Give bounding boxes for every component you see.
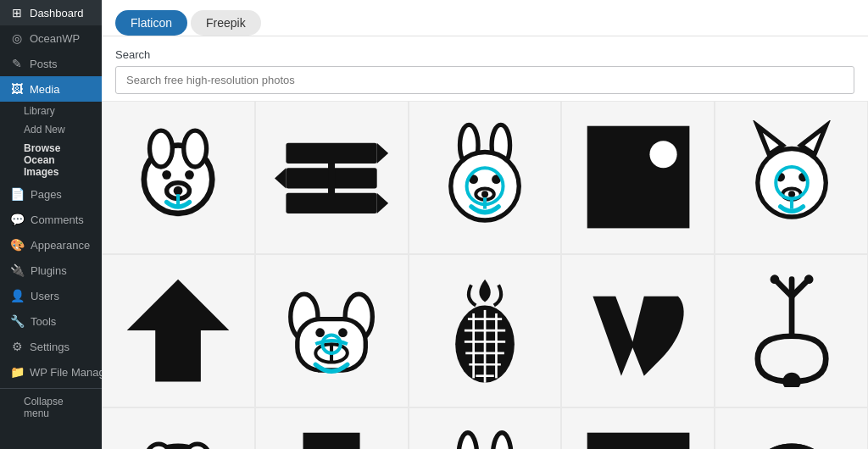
grid-item-pineapple[interactable] xyxy=(409,254,562,407)
sidebar-item-label: WP File Manager xyxy=(30,366,102,379)
svg-point-21 xyxy=(481,191,488,197)
sidebar-item-oceanwp[interactable]: ◎ OceanWP xyxy=(0,25,102,51)
sidebar-item-label: Media xyxy=(30,83,59,96)
sidebar-item-settings[interactable]: ⚙ Settings xyxy=(0,334,102,359)
wpfilemanager-icon: 📁 xyxy=(10,365,24,379)
search-section: Search xyxy=(102,36,868,101)
grid-item-dog-face[interactable] xyxy=(102,101,255,254)
svg-marker-13 xyxy=(377,193,388,213)
sidebar-item-users[interactable]: 👤 Users xyxy=(0,283,102,308)
sidebar-item-tools[interactable]: 🔧 Tools xyxy=(0,308,102,334)
sidebar-item-wpfilemanager[interactable]: 📁 WP File Manager xyxy=(0,359,102,385)
grid-item-squirrel[interactable] xyxy=(409,101,562,254)
sidebar-item-media[interactable]: 🖼 Media xyxy=(0,76,102,102)
sidebar-item-comments[interactable]: 💬 Comments xyxy=(0,207,102,232)
tabs-bar: Flaticon Freepik xyxy=(102,0,868,36)
sidebar-item-label: Plugins xyxy=(31,264,67,277)
sidebar-item-label: Appearance xyxy=(31,239,90,252)
svg-rect-14 xyxy=(328,164,335,197)
users-icon: 👤 xyxy=(10,289,25,302)
image-grid xyxy=(102,101,868,449)
svg-marker-9 xyxy=(377,143,388,164)
svg-point-70 xyxy=(492,433,510,449)
svg-point-69 xyxy=(459,433,476,449)
appearance-icon: 🎨 xyxy=(10,238,25,252)
search-label: Search xyxy=(115,48,854,61)
grid-item-signs[interactable] xyxy=(255,101,409,254)
sidebar-item-label: Comments xyxy=(31,213,84,226)
sidebar-sub-library[interactable]: Library xyxy=(0,102,102,120)
sidebar-item-label: Settings xyxy=(30,341,70,353)
comments-icon: 💬 xyxy=(10,213,25,226)
svg-point-39 xyxy=(315,329,325,338)
svg-point-62 xyxy=(186,444,209,449)
sidebar-item-appearance[interactable]: 🎨 Appearance xyxy=(0,232,102,258)
pages-icon: 📄 xyxy=(10,187,25,201)
svg-point-55 xyxy=(782,373,800,387)
sidebar-item-label: OceanWP xyxy=(30,32,80,45)
grid-item-bear-circle[interactable] xyxy=(102,407,255,449)
svg-marker-11 xyxy=(275,169,286,189)
sidebar-item-label: Dashboard xyxy=(30,7,84,19)
grid-item-stethoscope[interactable] xyxy=(715,254,868,407)
svg-rect-8 xyxy=(287,143,377,164)
oceanwp-icon: ◎ xyxy=(10,31,24,45)
sidebar: ⊞ Dashboard ◎ OceanWP ✎ Posts 🖼 Media Li… xyxy=(0,0,102,449)
svg-rect-24 xyxy=(587,126,689,229)
svg-point-2 xyxy=(184,130,207,167)
dashboard-icon: ⊞ xyxy=(10,6,24,19)
svg-point-40 xyxy=(338,329,348,338)
grid-item-arrow-up[interactable] xyxy=(102,254,255,407)
settings-icon: ⚙ xyxy=(10,340,24,353)
sidebar-item-pages[interactable]: 📄 Pages xyxy=(0,181,102,207)
grid-item-clock[interactable] xyxy=(715,407,868,449)
sidebar-item-label: Tools xyxy=(31,315,56,328)
grid-item-black-square[interactable] xyxy=(561,101,715,254)
sidebar-item-label: Pages xyxy=(31,188,62,201)
sidebar-sub-browse-ocean[interactable]: Browse Ocean Images xyxy=(0,139,102,181)
search-input[interactable] xyxy=(115,66,854,94)
svg-point-6 xyxy=(174,186,183,196)
svg-point-32 xyxy=(788,191,795,197)
svg-marker-35 xyxy=(127,280,230,382)
plugins-icon: 🔌 xyxy=(10,263,25,277)
grid-item-bulldog[interactable] xyxy=(255,254,409,407)
sidebar-item-plugins[interactable]: 🔌 Plugins xyxy=(0,258,102,283)
grid-item-black-rect[interactable] xyxy=(561,407,715,449)
svg-point-25 xyxy=(649,141,676,168)
grid-item-bookmark[interactable] xyxy=(255,407,409,449)
posts-icon: ✎ xyxy=(10,57,24,70)
svg-rect-78 xyxy=(587,433,689,449)
sidebar-sub-addnew[interactable]: Add New xyxy=(0,120,102,139)
sidebar-collapse-menu[interactable]: Collapse menu xyxy=(0,392,102,423)
grid-item-rabbit[interactable] xyxy=(409,407,562,449)
svg-point-1 xyxy=(150,130,173,167)
grid-item-cat-face[interactable] xyxy=(715,101,868,254)
svg-point-3 xyxy=(163,170,172,180)
tab-flaticon[interactable]: Flaticon xyxy=(115,10,187,36)
tools-icon: 🔧 xyxy=(10,314,25,328)
media-icon: 🖼 xyxy=(10,82,24,96)
svg-point-4 xyxy=(185,170,194,180)
tab-freepik[interactable]: Freepik xyxy=(191,10,261,36)
sidebar-item-posts[interactable]: ✎ Posts xyxy=(0,51,102,76)
grid-item-vimeo[interactable] xyxy=(561,254,715,407)
svg-point-58 xyxy=(770,274,779,284)
sidebar-item-dashboard[interactable]: ⊞ Dashboard xyxy=(0,0,102,25)
svg-point-59 xyxy=(804,274,813,284)
sidebar-item-label: Posts xyxy=(30,58,58,70)
sidebar-item-label: Users xyxy=(31,290,59,302)
main-content: Flaticon Freepik Search xyxy=(102,0,868,449)
svg-point-61 xyxy=(147,444,170,449)
